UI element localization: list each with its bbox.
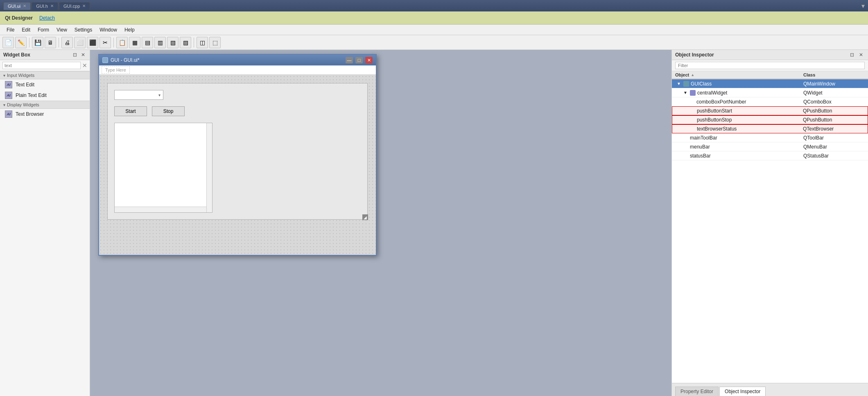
- wb-section-label: Input Widgets: [7, 73, 34, 78]
- oi-row-centralWidget[interactable]: ▼ centralWidget QWidget: [672, 88, 868, 97]
- oi-row-textBrowserStatus[interactable]: textBrowserStatus QTextBrowser: [672, 124, 868, 133]
- oi-row-comboBoxPortNumber[interactable]: comboBoxPortNumber QComboBox: [672, 97, 868, 106]
- menu-item-form[interactable]: Form: [34, 26, 52, 34]
- wb-item-icon: AI: [5, 110, 12, 118]
- oi-row-class-cell: QTextBrowser: [803, 126, 864, 132]
- toolbar-btn-14[interactable]: ◫: [197, 37, 208, 48]
- oi-expand-icon[interactable]: ▼: [677, 81, 682, 86]
- designer-window: GUI - GUI.ui* — □ ✕ Type Here ▾: [98, 54, 377, 256]
- oi-row-menuBar[interactable]: menuBar QMenuBar: [672, 142, 868, 151]
- menu-item-help[interactable]: Help: [121, 26, 138, 34]
- menu-item-view[interactable]: View: [53, 26, 70, 34]
- oi-row-pushButtonStop[interactable]: pushButtonStop QPushButton: [672, 115, 868, 124]
- oi-row-GUIClass[interactable]: ▼ GUIClass QMainWindow: [672, 79, 868, 88]
- oi-row-class-cell: QPushButton: [803, 108, 864, 114]
- oi-filter-input[interactable]: [675, 62, 865, 69]
- title-tab-close[interactable]: ✕: [50, 4, 54, 8]
- toolbar-btn-7[interactable]: ✂: [99, 37, 111, 48]
- toolbar-btn-2[interactable]: 💾: [32, 37, 43, 48]
- wb-section-input-widgets[interactable]: ▾Input Widgets: [0, 71, 90, 79]
- oi-row-object-name: menuBar: [690, 144, 710, 150]
- title-tab-GUIcpp[interactable]: GUI.cpp✕: [59, 2, 90, 10]
- wb-item-icon: AI: [5, 81, 12, 88]
- wb-section-display-widgets[interactable]: ▾Display Widgets: [0, 101, 90, 109]
- object-inspector-controls: ⊡ ✕: [848, 52, 865, 58]
- title-tab-GUIui[interactable]: GUI.ui✕: [3, 2, 31, 10]
- oi-float-btn[interactable]: ⊡: [848, 52, 856, 58]
- designer-window-minimize[interactable]: —: [346, 57, 353, 63]
- designer-window-title: GUI - GUI.ui*: [111, 57, 343, 63]
- menu-item-edit[interactable]: Edit: [18, 26, 34, 34]
- oi-row-icon: [683, 81, 689, 87]
- toolbar-btn-13[interactable]: ▨: [180, 37, 191, 48]
- oi-row-name-cell: pushButtonStop: [676, 117, 803, 123]
- combo-box-port[interactable]: ▾: [114, 90, 163, 100]
- oi-col-object-header: Object ▲: [675, 72, 803, 77]
- designer-window-close[interactable]: ✕: [365, 57, 373, 63]
- toolbar-btn-8[interactable]: 📋: [116, 37, 128, 48]
- oi-close-btn[interactable]: ✕: [857, 52, 865, 58]
- widget-box-header: Widget Box ⊡ ✕: [0, 50, 90, 60]
- menu-item-settings[interactable]: Settings: [71, 26, 95, 34]
- toolbar-btn-12[interactable]: ▧: [167, 37, 179, 48]
- wb-item-text-browser[interactable]: AIText Browser: [0, 109, 90, 119]
- designer-window-maximize[interactable]: □: [355, 57, 363, 63]
- oi-row-object-name: comboBoxPortNumber: [696, 99, 746, 105]
- oi-expand-icon[interactable]: ▼: [683, 90, 688, 95]
- toolbar-btn-3[interactable]: 🖥: [45, 37, 56, 48]
- title-tab-GUIh[interactable]: GUI.h✕: [32, 2, 58, 10]
- widget-box-close-btn[interactable]: ✕: [80, 52, 86, 58]
- start-button[interactable]: Start: [114, 106, 147, 116]
- collapse-icon[interactable]: ▾: [861, 2, 865, 10]
- wb-item-text-edit[interactable]: AIText Edit: [0, 79, 90, 90]
- oi-row-class-cell: QComboBox: [803, 99, 865, 105]
- menu-bar: FileEditFormViewSettingsWindowHelp: [0, 25, 868, 35]
- wb-item-icon: AI: [5, 92, 12, 99]
- wb-item-label: Plain Text Edit: [16, 92, 47, 98]
- oi-row-class-cell: QPushButton: [803, 117, 864, 123]
- widget-box-search-input[interactable]: [2, 62, 81, 69]
- oi-row-pushButtonStart[interactable]: pushButtonStart QPushButton: [672, 106, 868, 115]
- wb-item-plain-text-edit[interactable]: AIPlain Text Edit: [0, 90, 90, 101]
- toolbar-sep-2: [29, 38, 29, 47]
- oi-row-name-cell: menuBar: [675, 144, 803, 150]
- menu-item-window[interactable]: Window: [96, 26, 120, 34]
- oi-row-object-name: statusBar: [690, 153, 711, 159]
- oi-row-class-cell: QMenuBar: [803, 144, 865, 150]
- toolbar-btn-0[interactable]: 📄: [2, 37, 14, 48]
- title-tab-close[interactable]: ✕: [23, 4, 26, 8]
- resize-handle[interactable]: ◢: [362, 214, 368, 220]
- toolbar-sep-8: [113, 38, 114, 47]
- bottom-tab-property-editor[interactable]: Property Editor: [675, 387, 719, 396]
- toolbar-btn-9[interactable]: ▦: [129, 37, 140, 48]
- oi-row-name-cell: comboBoxPortNumber: [675, 99, 803, 105]
- detach-link[interactable]: Detach: [39, 15, 55, 21]
- oi-row-object-name: mainToolBar: [690, 135, 717, 141]
- toolbar-sep-4: [59, 38, 59, 47]
- title-tab-close[interactable]: ✕: [82, 4, 86, 8]
- stop-button[interactable]: Stop: [152, 106, 185, 116]
- bottom-tab-object-inspector[interactable]: Object Inspector: [719, 387, 766, 396]
- menu-item-file[interactable]: File: [3, 26, 18, 34]
- toolbar-btn-5[interactable]: ⬜: [74, 37, 86, 48]
- oi-row-mainToolBar[interactable]: mainToolBar QToolBar: [672, 133, 868, 142]
- widget-box-float-btn[interactable]: ⊡: [72, 52, 78, 58]
- text-browser-hscrollbar[interactable]: [115, 207, 206, 212]
- oi-column-header: Object ▲ Class: [672, 71, 868, 79]
- oi-row-object-name: textBrowserStatus: [697, 126, 737, 132]
- toolbar-btn-15[interactable]: ⬚: [209, 37, 221, 48]
- bottom-tabs: Property EditorObject Inspector: [672, 383, 868, 396]
- object-inspector-header: Object Inspector ⊡ ✕: [672, 50, 868, 60]
- toolbar-btn-10[interactable]: ▤: [142, 37, 153, 48]
- toolbar-sep-14: [194, 38, 194, 47]
- oi-row-statusBar[interactable]: statusBar QStatusBar: [672, 151, 868, 160]
- toolbar-btn-11[interactable]: ▥: [154, 37, 166, 48]
- widget-box-search-clear[interactable]: ✕: [82, 62, 87, 69]
- text-browser-vscrollbar[interactable]: [206, 123, 212, 212]
- toolbar-btn-6[interactable]: ⬛: [87, 37, 98, 48]
- qt-header: Qt Designer Detach: [0, 11, 868, 25]
- toolbar-btn-1[interactable]: ✏️: [15, 37, 27, 48]
- oi-row-name-cell: mainToolBar: [675, 135, 803, 141]
- toolbar-btn-4[interactable]: 🖨: [61, 37, 73, 48]
- oi-row-object-name: pushButtonStart: [697, 108, 732, 114]
